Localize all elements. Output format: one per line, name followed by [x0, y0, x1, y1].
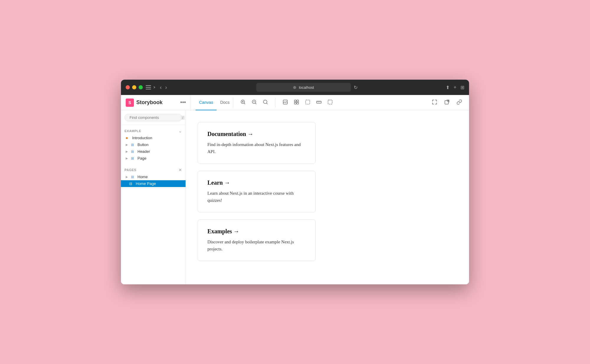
example-section-collapse[interactable]: ⌄	[178, 129, 182, 133]
url-text: localhost	[299, 85, 314, 90]
example-section-header: EXAMPLE ⌄	[121, 127, 186, 135]
address-bar-container: ⊕ localhost ↻	[172, 83, 442, 92]
search-wrapper[interactable]: /	[124, 114, 182, 121]
svg-rect-2	[146, 89, 151, 89]
main-layout: / EXAMPLE ⌄ ■ Introduction ▶ ⊞	[121, 110, 469, 284]
browser-window: ‹ › ⊕ localhost ↻ ⬆ + ⊞ S Storybook •••	[121, 80, 469, 284]
svg-rect-16	[297, 102, 299, 104]
expand-icon: ▶	[126, 150, 129, 153]
storybook-logo: S	[126, 99, 134, 107]
ruler-button[interactable]	[314, 98, 324, 108]
header-label: Header	[137, 149, 150, 154]
svg-rect-14	[297, 100, 299, 102]
sidebar: / EXAMPLE ⌄ ■ Introduction ▶ ⊞	[121, 110, 186, 284]
sidebar-item-header[interactable]: ▶ ⊞ Header	[121, 148, 186, 155]
fit-screen-button[interactable]	[430, 98, 440, 108]
learn-card[interactable]: Learn → Learn about Next.js in an intera…	[198, 171, 316, 212]
search-bar: /	[121, 110, 186, 125]
outline-button[interactable]	[303, 98, 313, 108]
homepage-label: Home Page	[136, 181, 156, 186]
copy-link-button[interactable]	[454, 98, 464, 108]
browser-content: S Storybook ••• Canvas Docs	[121, 95, 469, 284]
new-tab-button[interactable]: +	[454, 85, 456, 90]
documentation-card[interactable]: Documentation → Find in-depth informatio…	[198, 122, 316, 164]
toolbar-view-icons	[275, 98, 340, 108]
documentation-title: Documentation →	[207, 131, 306, 137]
toolbar-right-actions	[430, 98, 464, 108]
component-icon: ⊞	[131, 175, 136, 179]
example-section-label: EXAMPLE	[124, 129, 141, 133]
title-bar-left: ‹ ›	[126, 84, 168, 91]
search-shortcut: /	[181, 116, 185, 120]
doc-icon: ■	[126, 136, 130, 140]
logo-area: S Storybook •••	[126, 99, 191, 107]
zoom-in-button[interactable]	[238, 98, 248, 108]
svg-rect-0	[146, 85, 151, 86]
sidebar-toggle-button[interactable]	[146, 85, 156, 89]
pages-section-label: PAGES	[124, 168, 136, 172]
svg-rect-18	[317, 101, 321, 103]
forward-button[interactable]: ›	[164, 84, 168, 91]
sidebar-item-homepage[interactable]: ⊟ Home Page	[121, 180, 186, 187]
pages-section-header: PAGES ✕	[121, 166, 186, 173]
documentation-description: Find in-depth information about Next.js …	[207, 141, 306, 155]
toolbar-tabs: Canvas Docs	[191, 95, 233, 110]
svg-line-11	[267, 103, 268, 104]
examples-title: Examples →	[207, 228, 306, 235]
sidebar-item-introduction[interactable]: ■ Introduction	[121, 135, 186, 141]
tab-docs[interactable]: Docs	[217, 95, 233, 110]
introduction-label: Introduction	[132, 136, 152, 140]
svg-line-25	[447, 100, 449, 102]
page-label: Page	[137, 156, 146, 160]
traffic-lights	[126, 85, 143, 89]
sidebar-section-pages: PAGES ✕ ▶ ⊞ Home ⊟ Home Page	[121, 164, 186, 189]
component-icon: ⊞	[131, 143, 136, 147]
address-bar[interactable]: ⊕ localhost	[256, 83, 351, 92]
svg-rect-1	[146, 87, 151, 88]
fullscreen-button[interactable]	[325, 98, 335, 108]
share-button[interactable]: ⬆	[446, 85, 450, 90]
minimize-button[interactable]	[132, 85, 136, 89]
nav-arrows: ‹ ›	[159, 84, 168, 91]
sidebar-item-page[interactable]: ▶ ⊞ Page	[121, 155, 186, 162]
learn-description: Learn about Next.js in an interactive co…	[207, 190, 306, 204]
more-options-button[interactable]: •••	[180, 99, 186, 106]
tab-canvas[interactable]: Canvas	[196, 95, 217, 110]
svg-line-8	[255, 103, 257, 104]
expand-icon: ▶	[126, 143, 129, 146]
maximize-button[interactable]	[139, 85, 143, 89]
learn-title: Learn →	[207, 179, 306, 186]
button-label: Button	[137, 142, 149, 147]
back-button[interactable]: ‹	[159, 84, 163, 91]
svg-rect-17	[306, 100, 310, 104]
grid-view-button[interactable]	[291, 98, 301, 108]
svg-rect-15	[294, 102, 296, 104]
svg-line-4	[244, 103, 245, 104]
svg-rect-23	[328, 100, 332, 104]
examples-card[interactable]: Examples → Discover and deploy boilerpla…	[198, 219, 316, 261]
zoom-out-button[interactable]	[249, 98, 259, 108]
toolbar-zoom-icons	[233, 98, 275, 108]
home-label: Home	[137, 175, 148, 179]
app-title: Storybook	[136, 99, 163, 106]
content-area: Documentation → Find in-depth informatio…	[186, 110, 469, 284]
expand-icon: ▶	[126, 175, 129, 178]
sidebar-item-home[interactable]: ▶ ⊞ Home	[121, 173, 186, 180]
tab-overview-button[interactable]: ⊞	[460, 85, 464, 90]
storybook-toolbar: S Storybook ••• Canvas Docs	[121, 95, 469, 110]
pages-section-close[interactable]: ✕	[178, 168, 182, 172]
close-button[interactable]	[126, 85, 130, 89]
open-new-window-button[interactable]	[442, 98, 452, 108]
title-bar-right: ⬆ + ⊞	[446, 85, 464, 90]
component-icon: ⊞	[131, 150, 136, 154]
search-input[interactable]	[130, 115, 179, 120]
svg-rect-13	[294, 100, 296, 102]
examples-description: Discover and deploy boilerplate example …	[207, 238, 306, 252]
component-icon: ⊞	[131, 156, 136, 160]
svg-point-10	[263, 100, 267, 104]
image-view-button[interactable]	[280, 98, 290, 108]
zoom-reset-button[interactable]	[260, 98, 271, 108]
reload-button[interactable]: ↻	[354, 83, 358, 92]
sidebar-item-button[interactable]: ▶ ⊞ Button	[121, 141, 186, 148]
expand-icon: ▶	[126, 157, 129, 160]
